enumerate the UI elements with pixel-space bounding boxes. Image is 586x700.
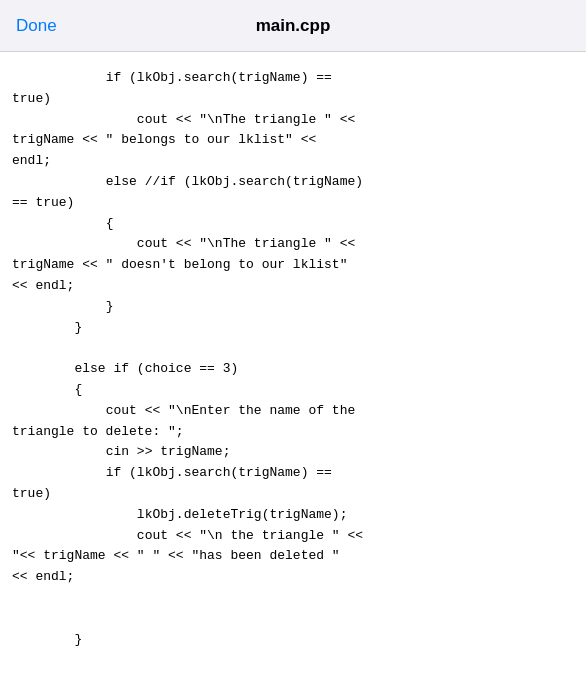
code-editor[interactable]: if (lkObj.search(trigName) == true) cout…	[0, 52, 586, 700]
done-button[interactable]: Done	[16, 16, 57, 36]
header: Done main.cpp	[0, 0, 586, 52]
code-content: if (lkObj.search(trigName) == true) cout…	[12, 68, 574, 650]
file-title: main.cpp	[256, 16, 331, 36]
